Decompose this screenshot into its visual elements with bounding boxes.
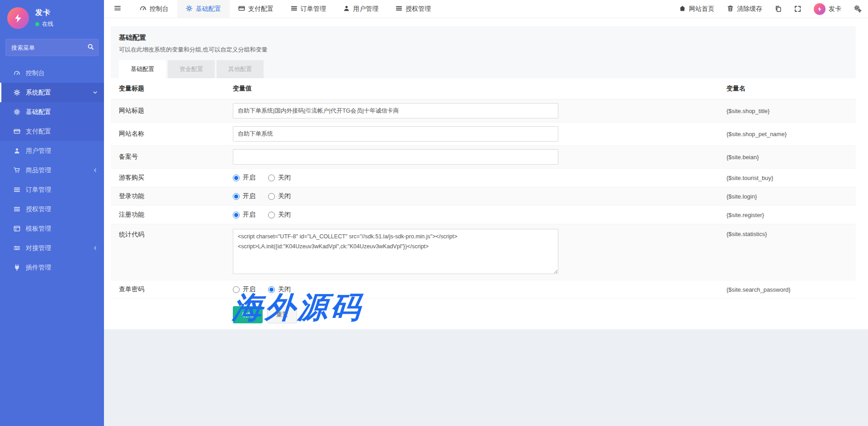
sidebar-item-integration-management[interactable]: 对接管理: [0, 238, 104, 258]
brand: 发卡 在线: [0, 0, 104, 34]
register-off-radio[interactable]: 关闭: [268, 211, 291, 219]
topnav-tab-user-management[interactable]: 用户管理: [335, 0, 387, 18]
card-icon: [14, 128, 20, 135]
config-form: 变量标题 变量值 变量名 网站标题 {$site.shop_title} 网站名…: [111, 78, 856, 342]
register-on-radio[interactable]: 开启: [233, 211, 255, 219]
config-tabs: 基础配置 资金配置 其他配置: [119, 60, 848, 78]
confirm-button[interactable]: 确定: [233, 306, 263, 323]
topnav-tab-payment-config[interactable]: 支付配置: [230, 0, 282, 18]
tourist-buy-off-radio[interactable]: 关闭: [268, 174, 291, 182]
tab-other-config[interactable]: 其他配置: [217, 60, 264, 78]
brand-title: 发卡: [35, 8, 53, 18]
gear-icon: [186, 5, 193, 13]
sidebar-item-auth-management[interactable]: 授权管理: [0, 199, 104, 219]
topnav-tab-auth-management[interactable]: 授权管理: [387, 0, 439, 18]
avatar: [814, 3, 826, 15]
content-card: 基础配置 可以在此增改系统的变量和分组,也可以自定义分组和变量 基础配置 资金配…: [104, 18, 868, 329]
sidebar-item-template-management[interactable]: 模板管理: [0, 219, 104, 238]
sidebar-submenu-system: 基础配置 支付配置: [0, 102, 104, 141]
list-icon: [14, 186, 20, 193]
col-header-value: 变量值: [233, 85, 726, 93]
search-password-off-radio[interactable]: 关闭: [268, 285, 291, 293]
template-icon: [14, 225, 20, 232]
user-icon: [14, 147, 20, 154]
dashboard-icon: [140, 5, 146, 13]
form-row-search-password: 查单密码 开启 关闭 {$site.search_password}: [111, 280, 856, 299]
lightning-icon: [13, 13, 23, 23]
app-logo: [7, 7, 29, 29]
hamburger-icon: [114, 5, 121, 13]
icp-number-input[interactable]: [233, 149, 558, 165]
topnav-tab-order-management[interactable]: 订单管理: [282, 0, 335, 18]
reset-button[interactable]: 重置: [267, 306, 297, 323]
login-on-radio[interactable]: 开启: [233, 192, 255, 200]
form-row-statistics: 统计代码 <script charset="UTF-8" id="LA_COLL…: [111, 224, 856, 280]
plugin-icon: [14, 264, 20, 271]
sidebar: 发卡 在线 控制台 系统配置 基础配置 支付配置 用户管理: [0, 0, 104, 426]
site-home-button[interactable]: 网站首页: [673, 0, 721, 18]
sidebar-item-user-management[interactable]: 用户管理: [0, 141, 104, 161]
dashboard-icon: [14, 70, 20, 76]
cart-icon: [14, 167, 20, 174]
chevron-left-icon: [93, 167, 98, 174]
gear-icon: [14, 89, 20, 96]
online-status: 在线: [42, 20, 53, 28]
gears-icon[interactable]: [848, 0, 868, 18]
login-off-radio[interactable]: 关闭: [268, 192, 291, 200]
username: 发卡: [829, 5, 841, 13]
sidebar-item-order-management[interactable]: 订单管理: [0, 180, 104, 199]
sidebar-item-basic-config[interactable]: 基础配置: [0, 102, 104, 122]
form-row-icp: 备案号 {$site.beian}: [111, 146, 856, 169]
tab-basic-config[interactable]: 基础配置: [119, 60, 166, 78]
user-icon: [343, 5, 350, 13]
sidebar-toggle-button[interactable]: [104, 0, 131, 18]
online-dot-icon: [35, 22, 39, 26]
main-area: 控制台 基础配置 支付配置 订单管理 用户管理 授权管理: [104, 0, 868, 426]
site-name-input[interactable]: [233, 126, 558, 142]
clear-cache-button[interactable]: 清除缓存: [721, 0, 769, 18]
page-background: [104, 329, 868, 426]
form-row-site-name: 网站名称 {$site.shop_pet_name}: [111, 123, 856, 146]
topbar: 控制台 基础配置 支付配置 订单管理 用户管理 授权管理: [104, 0, 868, 18]
home-icon: [679, 5, 686, 13]
search-icon[interactable]: [87, 43, 94, 52]
sidebar-item-payment-config[interactable]: 支付配置: [0, 122, 104, 141]
page-title: 基础配置: [119, 33, 848, 42]
card-icon: [238, 5, 245, 13]
menu-search-input[interactable]: [5, 39, 99, 56]
topnav-tab-dashboard[interactable]: 控制台: [131, 0, 177, 18]
site-title-input[interactable]: [233, 103, 558, 118]
user-menu[interactable]: 发卡: [807, 0, 848, 18]
sidebar-item-dashboard[interactable]: 控制台: [0, 63, 104, 83]
chevron-left-icon: [93, 245, 98, 252]
sidebar-item-product-management[interactable]: 商品管理: [0, 161, 104, 180]
form-row-login: 登录功能 开启 关闭 {$site.login}: [111, 187, 856, 206]
fullscreen-icon[interactable]: [788, 0, 807, 18]
form-row-register: 注册功能 开启 关闭 {$site.register}: [111, 206, 856, 224]
list-icon: [14, 206, 20, 213]
form-row-site-title: 网站标题 {$site.shop_title}: [111, 99, 856, 123]
tourist-buy-on-radio[interactable]: 开启: [233, 174, 255, 182]
list-icon: [291, 5, 297, 13]
form-actions-row: 确定 重置: [111, 299, 856, 342]
sidebar-item-system-config[interactable]: 系统配置: [0, 83, 104, 102]
statistics-code-textarea[interactable]: <script charset="UTF-8" id="LA_COLLECT" …: [233, 229, 558, 274]
col-header-name: 变量名: [726, 85, 848, 93]
docs-icon[interactable]: [769, 0, 788, 18]
form-row-tourist-buy: 游客购买 开启 关闭 {$site.tourist_buy}: [111, 169, 856, 187]
col-header-title: 变量标题: [119, 85, 233, 93]
search-password-on-radio[interactable]: 开启: [233, 285, 255, 293]
chevron-down-icon: [93, 89, 98, 96]
sliders-icon: [14, 245, 20, 251]
page-header: 基础配置 可以在此增改系统的变量和分组,也可以自定义分组和变量 基础配置 资金配…: [111, 26, 856, 78]
table-header-row: 变量标题 变量值 变量名: [111, 78, 856, 99]
topnav-tab-basic-config[interactable]: 基础配置: [177, 0, 230, 18]
list-icon: [396, 5, 402, 13]
trash-icon: [727, 5, 734, 13]
sidebar-item-plugin-management[interactable]: 插件管理: [0, 258, 104, 277]
gear-icon: [14, 109, 20, 115]
page-subtitle: 可以在此增改系统的变量和分组,也可以自定义分组和变量: [119, 46, 848, 54]
tab-funds-config[interactable]: 资金配置: [168, 60, 215, 78]
